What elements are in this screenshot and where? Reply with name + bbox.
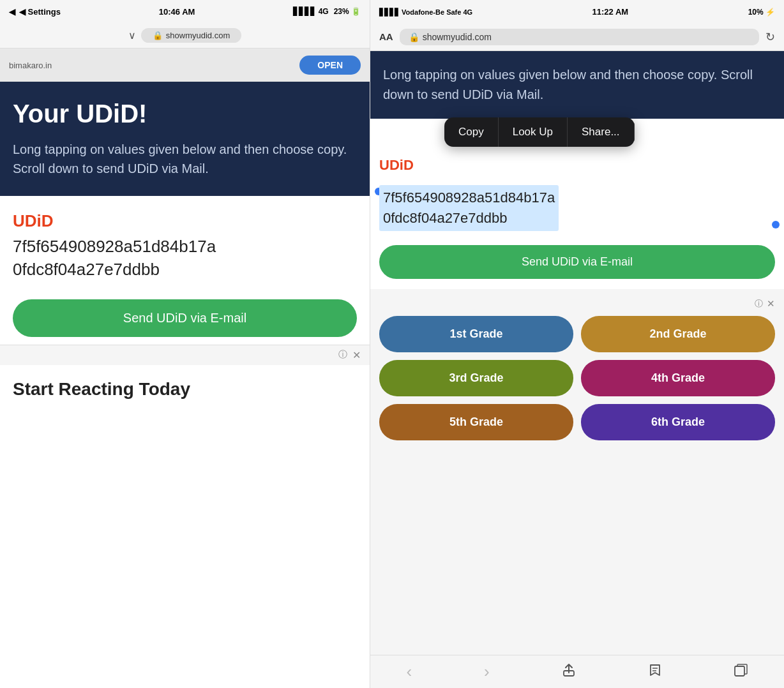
- statusbar-right-battery: 10% ⚡: [748, 7, 775, 17]
- grade-header: ⓘ ✕: [379, 298, 775, 310]
- back-button-toolbar[interactable]: ‹: [406, 662, 412, 682]
- addressbar-left: ∨ 🔒 showmyudid.com: [0, 23, 370, 49]
- hero-left: Your UDiD! Long tapping on values given …: [0, 82, 370, 196]
- expand-button[interactable]: ∨: [128, 29, 136, 41]
- bottom-toolbar-right: ‹ ›: [370, 655, 784, 688]
- statusbar-left: ◀ ◀ Settings 10:46 AM ▋▋▋▋ 4G 23% 🔋: [0, 0, 370, 23]
- context-menu: Copy Look Up Share...: [444, 117, 635, 147]
- signal-icon-left: ▋▋▋▋ 4G: [293, 7, 328, 16]
- lock-icon-left: 🔒: [153, 31, 163, 40]
- ad-info-icon-left: ⓘ: [338, 349, 347, 361]
- share-button-toolbar[interactable]: [562, 663, 576, 681]
- context-area: Copy Look Up Share... UDiD 7f5f654908928…: [370, 119, 784, 235]
- email-button-left[interactable]: Send UDiD via E-mail: [13, 299, 357, 337]
- statusbar-left-time: 10:46 AM: [159, 7, 195, 17]
- left-panel: ◀ ◀ Settings 10:46 AM ▋▋▋▋ 4G 23% 🔋 ∨ 🔒 …: [0, 0, 370, 688]
- svg-rect-3: [735, 666, 744, 676]
- udid-value-left[interactable]: 7f5f654908928a51d84b17a 0fdc8f04a27e7ddb…: [13, 235, 357, 281]
- email-button-right[interactable]: Send UDiD via E-mail: [379, 245, 775, 279]
- right-panel: ▋▋▋▋ Vodafone-Be Safe 4G 11:22 AM 10% ⚡ …: [370, 0, 784, 688]
- grade-grid: 1st Grade 2nd Grade 3rd Grade 4th Grade …: [379, 316, 775, 440]
- lock-icon-right: 🔒: [409, 32, 419, 42]
- statusbar-right: ▋▋▋▋ Vodafone-Be Safe 4G 11:22 AM 10% ⚡: [370, 0, 784, 23]
- grade-2-button[interactable]: 2nd Grade: [581, 316, 775, 352]
- context-menu-lookup[interactable]: Look Up: [499, 117, 568, 147]
- signal-icon-right: ▋▋▋▋ Vodafone-Be Safe 4G: [379, 8, 472, 16]
- refresh-button[interactable]: ↻: [765, 30, 775, 44]
- statusbar-right-signal: ▋▋▋▋ Vodafone-Be Safe 4G: [379, 7, 472, 17]
- statusbar-left-battery: ▋▋▋▋ 4G 23% 🔋: [293, 7, 361, 16]
- addressbar-right[interactable]: AA 🔒 showmyudid.com ↻: [370, 23, 784, 51]
- ad-bar-left: ⓘ ✕: [0, 345, 370, 365]
- hero-title-left: Your UDiD!: [13, 100, 357, 128]
- bottom-content-left: Start Reacting Today: [0, 365, 370, 688]
- url-pill-left[interactable]: 🔒 showmyudid.com: [141, 28, 241, 43]
- grade-3-button[interactable]: 3rd Grade: [379, 360, 573, 396]
- forward-button-toolbar[interactable]: ›: [484, 662, 490, 682]
- url-pill-right[interactable]: 🔒 showmyudid.com: [400, 29, 759, 45]
- ad-close-icon-right[interactable]: ✕: [767, 298, 775, 310]
- context-menu-copy[interactable]: Copy: [444, 117, 499, 147]
- ad-close-icon-left[interactable]: ✕: [352, 349, 361, 361]
- statusbar-right-time: 11:22 AM: [592, 7, 629, 17]
- open-button[interactable]: OPEN: [299, 56, 361, 75]
- grade-4-button[interactable]: 4th Grade: [581, 360, 775, 396]
- selection-handle-right: [772, 221, 780, 228]
- statusbar-left-back[interactable]: ◀ ◀ Settings: [9, 7, 61, 17]
- banner-left: bimakaro.in OPEN: [0, 49, 370, 82]
- banner-site-name: bimakaro.in: [9, 61, 52, 70]
- bottom-heading-left: Start Reacting Today: [13, 379, 357, 400]
- grade-5-button[interactable]: 5th Grade: [379, 404, 573, 440]
- hero-right: Long tapping on values given below and t…: [370, 51, 784, 119]
- context-menu-share[interactable]: Share...: [568, 117, 635, 147]
- ad-info-icon-right: ⓘ: [755, 298, 763, 310]
- aa-button[interactable]: AA: [379, 31, 393, 42]
- udid-section-left: UDiD 7f5f654908928a51d84b17a 0fdc8f04a27…: [0, 196, 370, 292]
- udid-section-right[interactable]: 7f5f654908928a51d84b17a0fdc8f04a27e7ddbb: [370, 179, 784, 235]
- grade-6-button[interactable]: 6th Grade: [581, 404, 775, 440]
- hero-description-right: Long tapping on values given below and t…: [383, 65, 771, 105]
- udid-value-right[interactable]: 7f5f654908928a51d84b17a0fdc8f04a27e7ddbb: [379, 185, 559, 231]
- tabs-button-toolbar[interactable]: [734, 663, 748, 681]
- hero-description-left: Long tapping on values given below and t…: [13, 140, 357, 178]
- bookmarks-button-toolbar[interactable]: [648, 663, 662, 681]
- udid-label-left: UDiD: [13, 211, 357, 231]
- back-arrow-icon: ◀: [9, 7, 15, 17]
- grade-section: ⓘ ✕ 1st Grade 2nd Grade 3rd Grade 4th Gr…: [370, 289, 784, 655]
- grade-1-button[interactable]: 1st Grade: [379, 316, 573, 352]
- selection-wrapper: 7f5f654908928a51d84b17a0fdc8f04a27e7ddbb: [379, 185, 775, 231]
- udid-label-right: UDiD: [370, 157, 784, 176]
